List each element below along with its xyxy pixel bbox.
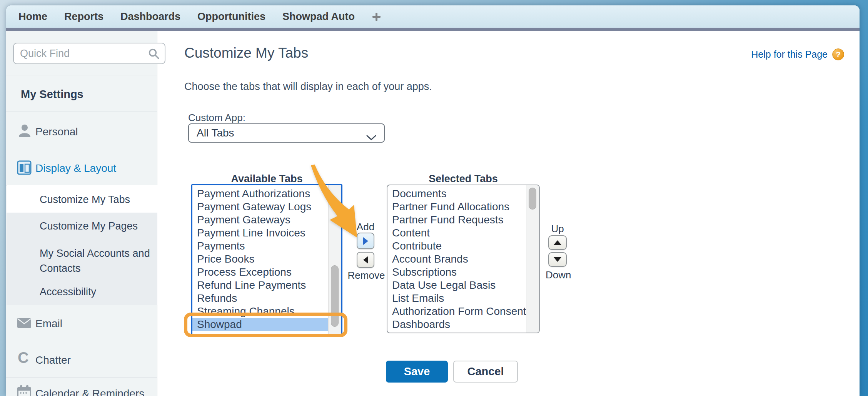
- list-option[interactable]: Partner Fund Allocations: [387, 200, 539, 213]
- sidebar-item-customize-my-tabs[interactable]: Customize My Tabs: [40, 194, 130, 206]
- triangle-left-icon: [363, 256, 369, 264]
- nav-tab-showpad-auto[interactable]: Showpad Auto: [282, 11, 355, 23]
- sidebar-item-my-social-accounts[interactable]: My Social Accounts and Contacts: [40, 246, 157, 276]
- person-icon: [18, 124, 32, 139]
- sidebar-item-accessibility[interactable]: Accessibility: [40, 286, 96, 298]
- list-option[interactable]: Data Use Legal Basis: [387, 279, 539, 292]
- scrollbar-thumb[interactable]: [529, 188, 536, 210]
- up-label: Up: [548, 223, 567, 235]
- page-title: Customize My Tabs: [184, 45, 308, 61]
- list-option[interactable]: Streaming Channels: [192, 305, 341, 318]
- divider: [6, 377, 157, 378]
- down-button[interactable]: [548, 252, 567, 267]
- search-input[interactable]: [13, 43, 165, 64]
- scrollbar-thumb[interactable]: [331, 265, 339, 327]
- list-option[interactable]: Payment Gateways: [192, 213, 341, 226]
- page-description: Choose the tabs that will display in eac…: [184, 81, 432, 93]
- divider: [6, 305, 157, 305]
- help-question-icon[interactable]: ?: [832, 48, 844, 60]
- search-icon: [148, 48, 160, 62]
- top-nav: Home Reports Dashboards Opportunities Sh…: [6, 5, 860, 28]
- chevron-down-icon: [366, 131, 376, 143]
- list-option[interactable]: Payment Gateway Logs: [192, 200, 341, 213]
- list-option[interactable]: Content: [387, 226, 539, 240]
- triangle-up-icon: [553, 240, 562, 245]
- list-option[interactable]: Partner Fund Requests: [387, 213, 539, 226]
- list-option-clipped[interactable]: Campaigns: [387, 331, 539, 333]
- list-option[interactable]: Dashboards: [387, 318, 539, 331]
- nav-tab-home[interactable]: Home: [18, 11, 47, 23]
- save-button[interactable]: Save: [386, 361, 448, 383]
- add-button[interactable]: [357, 233, 374, 249]
- nav-tab-dashboards[interactable]: Dashboards: [120, 11, 180, 23]
- nav-tab-opportunities[interactable]: Opportunities: [197, 11, 265, 23]
- help-for-this-page-link[interactable]: Help for this Page ?: [751, 48, 844, 60]
- cancel-button[interactable]: Cancel: [453, 361, 518, 383]
- list-option[interactable]: Process Exceptions: [192, 266, 341, 279]
- sidebar-item-email[interactable]: Email: [35, 318, 62, 330]
- calendar-icon: [17, 385, 32, 396]
- divider: [6, 340, 157, 340]
- list-option[interactable]: Price Books: [192, 253, 341, 266]
- nav-divider-bar: [6, 28, 860, 31]
- list-option[interactable]: Payment Line Invoices: [192, 226, 341, 240]
- divider: [6, 114, 157, 114]
- list-option[interactable]: Authorization Form Consent: [387, 305, 539, 318]
- custom-app-label: Custom App:: [188, 112, 245, 124]
- remove-label: Remove: [346, 270, 387, 281]
- available-tabs-options: Payment Authorizations Payment Gateway L…: [192, 187, 341, 331]
- list-option[interactable]: Documents: [387, 187, 539, 200]
- triangle-right-icon: [363, 237, 369, 245]
- selected-tabs-label: Selected Tabs: [387, 173, 540, 185]
- custom-app-selected-value: All Tabs: [197, 127, 234, 139]
- remove-button[interactable]: [357, 252, 374, 268]
- list-option[interactable]: Subscriptions: [387, 266, 539, 279]
- list-option[interactable]: Payment Authorizations: [192, 187, 341, 200]
- triangle-down-icon: [553, 257, 562, 262]
- sidebar-item-chatter[interactable]: Chatter: [35, 354, 71, 366]
- email-icon: [17, 318, 32, 330]
- nav-tab-reports[interactable]: Reports: [64, 11, 103, 23]
- list-option[interactable]: Refunds: [192, 292, 341, 305]
- page: Home Reports Dashboards Opportunities Sh…: [0, 0, 868, 396]
- divider: [6, 111, 157, 111]
- chatter-icon: C: [18, 349, 29, 366]
- list-option[interactable]: Refund Line Payments: [192, 279, 341, 292]
- list-option[interactable]: Payments: [192, 240, 341, 253]
- help-link-label[interactable]: Help for this Page: [751, 49, 828, 60]
- sidebar-item-display-layout[interactable]: Display & Layout: [35, 162, 116, 175]
- add-tab-plus-icon[interactable]: [372, 12, 381, 21]
- sidebar-item-customize-my-pages[interactable]: Customize My Pages: [40, 220, 138, 232]
- list-option[interactable]: Contribute: [387, 240, 539, 253]
- divider: [6, 151, 157, 151]
- sidebar-item-calendar-reminders[interactable]: Calendar & Reminders: [35, 388, 144, 396]
- sidebar-item-personal[interactable]: Personal: [35, 126, 78, 138]
- custom-app-select[interactable]: All Tabs: [188, 123, 385, 143]
- up-button[interactable]: [548, 235, 567, 250]
- list-option[interactable]: List Emails: [387, 292, 539, 305]
- available-tabs-listbox[interactable]: Payment Authorizations Payment Gateway L…: [191, 184, 342, 336]
- selected-tabs-listbox[interactable]: Documents Partner Fund Allocations Partn…: [387, 185, 540, 333]
- divider: [6, 75, 157, 75]
- available-tabs-label: Available Tabs: [191, 173, 342, 185]
- layout-icon: [17, 160, 32, 176]
- list-option-selected-showpad[interactable]: Showpad: [192, 318, 328, 331]
- down-label: Down: [546, 269, 569, 281]
- add-label: Add: [354, 221, 377, 233]
- selected-tabs-options: Documents Partner Fund Allocations Partn…: [387, 187, 539, 333]
- list-option[interactable]: Account Brands: [387, 253, 539, 266]
- sidebar-heading: My Settings: [21, 88, 83, 101]
